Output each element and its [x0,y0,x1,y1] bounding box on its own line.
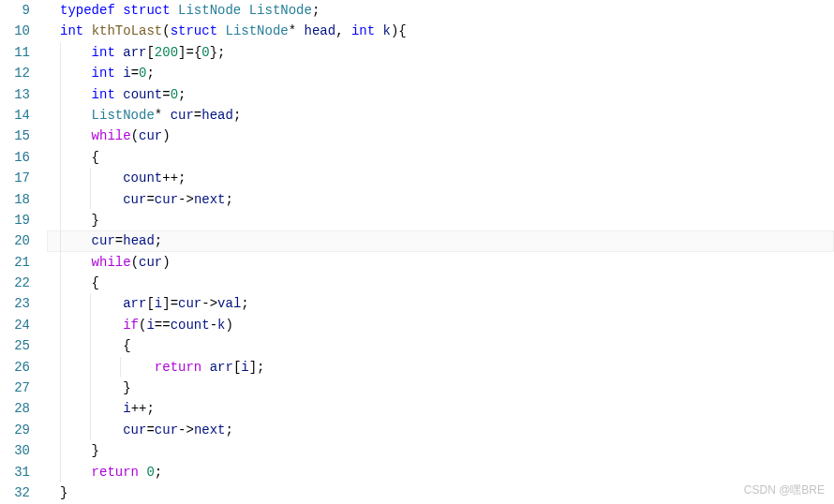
code-line[interactable]: cur=cur->next; [47,189,834,210]
line-number: 13 [0,84,30,105]
line-number: 20 [0,230,30,251]
line-number: 18 [0,189,30,210]
code-line[interactable]: int kthToLast(struct ListNode* head, int… [47,21,834,41]
code-line[interactable]: count++; [47,168,834,188]
code-line[interactable]: } [47,440,834,461]
line-number: 26 [0,357,30,378]
code-editor[interactable]: 9101112131415161718192021222324252627282… [0,0,834,504]
watermark: CSDN @嘿BRE [744,482,825,498]
code-line[interactable]: return arr[i]; [47,357,834,378]
line-number: 11 [0,42,30,63]
line-number: 29 [0,420,30,440]
code-line[interactable]: { [47,273,834,293]
code-line[interactable]: int i=0; [47,63,834,83]
code-line[interactable]: cur=cur->next; [47,420,834,440]
line-number: 16 [0,147,30,168]
line-number: 17 [0,168,30,188]
code-line[interactable]: int arr[200]={0}; [47,42,834,63]
code-line[interactable]: cur=head; [47,230,834,251]
line-number: 21 [0,252,30,273]
code-line[interactable]: while(cur) [47,126,834,146]
line-number-gutter: 9101112131415161718192021222324252627282… [0,0,47,504]
line-number: 32 [0,482,30,503]
code-line[interactable]: while(cur) [47,252,834,273]
code-line[interactable]: i++; [47,398,834,419]
code-line[interactable]: return 0; [47,462,834,482]
line-number: 15 [0,126,30,146]
line-number: 9 [0,0,30,21]
line-number: 31 [0,462,30,482]
code-line[interactable]: ListNode* cur=head; [47,105,834,126]
line-number: 28 [0,398,30,419]
code-line[interactable]: } [47,482,834,503]
code-line[interactable]: { [47,335,834,356]
code-line[interactable]: typedef struct ListNode ListNode; [47,0,834,21]
line-number: 24 [0,315,30,335]
line-number: 23 [0,293,30,314]
code-line[interactable]: arr[i]=cur->val; [47,293,834,314]
code-line[interactable]: if(i==count-k) [47,315,834,335]
code-area[interactable]: typedef struct ListNode ListNode;int kth… [47,0,834,504]
line-number: 12 [0,63,30,83]
code-line[interactable]: } [47,210,834,230]
line-number: 30 [0,440,30,461]
code-line[interactable]: int count=0; [47,84,834,105]
code-line[interactable]: } [47,378,834,398]
line-number: 19 [0,210,30,230]
line-number: 22 [0,273,30,293]
code-line[interactable]: { [47,147,834,168]
line-number: 25 [0,335,30,356]
line-number: 10 [0,21,30,41]
line-number: 14 [0,105,30,126]
line-number: 27 [0,378,30,398]
